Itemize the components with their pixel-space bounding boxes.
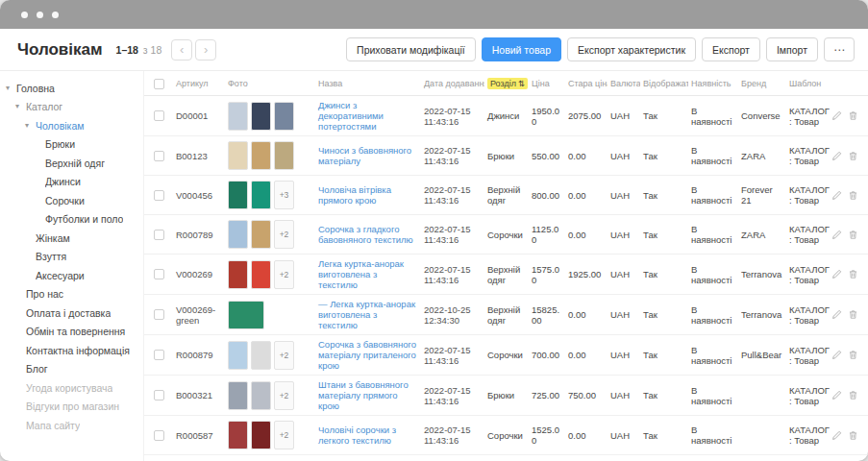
more-photos-badge[interactable]: +2 [274, 220, 294, 249]
delete-icon[interactable] [848, 269, 858, 279]
sidebar-item-blog[interactable]: Блог [0, 360, 143, 379]
product-name-link[interactable]: Чиноси з бавовняного матеріалу [318, 145, 411, 166]
delete-icon[interactable] [848, 230, 858, 240]
product-photo-thumbnail[interactable] [274, 141, 294, 170]
column-header-name[interactable]: Назва [315, 71, 421, 96]
window-control-dot[interactable] [37, 12, 43, 18]
product-photo-thumbnail[interactable] [228, 341, 248, 370]
delete-icon[interactable] [848, 430, 858, 441]
chevron-down-icon[interactable]: ▾ [6, 85, 16, 92]
column-header-photo[interactable]: Фото [225, 71, 315, 96]
product-photo-thumbnail[interactable] [228, 421, 248, 449]
product-photo-thumbnail[interactable] [228, 102, 248, 131]
product-name-link[interactable]: Сорочка з бавовняного матеріалу притален… [318, 339, 416, 371]
row-checkbox[interactable] [154, 190, 164, 201]
row-checkbox[interactable] [154, 390, 164, 400]
delete-icon[interactable] [848, 110, 858, 121]
row-checkbox[interactable] [154, 151, 164, 161]
sidebar-item-store-reviews[interactable]: Відгуки про магазин [0, 398, 143, 417]
sidebar-item-trousers[interactable]: Брюки [0, 135, 143, 155]
product-photo-thumbnail[interactable] [228, 181, 248, 209]
chevron-down-icon[interactable]: ▾ [15, 103, 26, 110]
product-photo-thumbnail[interactable] [228, 260, 248, 289]
more-photos-badge[interactable]: +2 [274, 341, 294, 370]
prev-page-button[interactable]: ‹ [171, 39, 192, 61]
column-header-date[interactable]: Дата додавання [421, 71, 484, 96]
sidebar-item-contact-info[interactable]: Контактна інформація [0, 341, 143, 360]
product-photo-thumbnail[interactable] [251, 341, 271, 370]
column-header-template[interactable]: Шаблон [786, 71, 834, 96]
product-photo-thumbnail[interactable] [251, 220, 271, 249]
edit-icon[interactable] [831, 190, 842, 201]
window-control-dot[interactable] [52, 12, 59, 18]
sidebar-item-payment-delivery[interactable]: Оплата і доставка [0, 303, 143, 323]
edit-icon[interactable] [831, 350, 842, 360]
product-name-link[interactable]: Чоловіча вітрівка прямого крою [318, 184, 391, 206]
edit-icon[interactable] [831, 430, 842, 441]
product-name-link[interactable]: Сорочка з гладкого бавовняного текстилю [318, 224, 413, 245]
product-photo-thumbnail[interactable] [251, 260, 271, 289]
row-checkbox[interactable] [154, 309, 164, 320]
export-characteristics-button[interactable]: Експорт характеристик [567, 37, 696, 61]
product-photo-thumbnail[interactable] [274, 102, 294, 131]
product-name-link[interactable]: Штани з бавовняного матеріалу прямого кр… [318, 379, 409, 411]
sidebar-item-exchange-return[interactable]: Обмін та повернення [0, 323, 143, 342]
next-page-button[interactable]: › [195, 39, 216, 61]
chevron-down-icon[interactable]: ▾ [25, 122, 36, 130]
column-header-old_price[interactable]: Стара ціна [565, 71, 608, 96]
delete-icon[interactable] [848, 309, 858, 320]
product-photo-thumbnail[interactable] [228, 381, 248, 410]
column-header-availability[interactable]: Наявність [688, 71, 738, 96]
sidebar-item-men[interactable]: ▾Чоловікам [0, 116, 143, 135]
more-photos-badge[interactable]: +3 [274, 181, 294, 209]
edit-icon[interactable] [831, 151, 842, 161]
delete-icon[interactable] [848, 390, 858, 400]
column-header-price[interactable]: Ціна [529, 71, 565, 96]
sidebar-item-jeans[interactable]: Джинси [0, 173, 143, 192]
edit-icon[interactable] [831, 230, 842, 240]
product-photo-thumbnail[interactable] [251, 102, 271, 131]
delete-icon[interactable] [848, 190, 858, 201]
sidebar-item-shirts[interactable]: Сорочки [0, 191, 143, 210]
edit-icon[interactable] [831, 309, 842, 320]
sidebar-item-user-agreement[interactable]: Угода користувача [0, 378, 143, 398]
row-checkbox[interactable] [154, 230, 164, 240]
column-header-sku[interactable]: Артикул [173, 71, 225, 96]
product-photo-thumbnail[interactable] [228, 220, 248, 249]
column-header-currency[interactable]: Валюта [608, 71, 640, 96]
sidebar-item-women[interactable]: Жінкам [0, 229, 143, 248]
product-name-link[interactable]: — Легка куртка-анорак виготовлена з текс… [318, 299, 415, 330]
sort-icon[interactable]: ⇅ [518, 79, 525, 88]
sidebar-item-sitemap[interactable]: Мапа сайту [0, 416, 143, 435]
product-photo-thumbnail[interactable] [228, 141, 248, 170]
more-photos-badge[interactable]: +2 [274, 381, 294, 410]
edit-icon[interactable] [831, 269, 842, 279]
product-photo-thumbnail[interactable] [251, 421, 271, 449]
row-checkbox[interactable] [154, 269, 164, 279]
window-control-dot[interactable] [21, 12, 28, 18]
row-checkbox[interactable] [154, 430, 164, 441]
row-checkbox[interactable] [154, 110, 164, 121]
sidebar-item-outerwear[interactable]: Верхній одяг [0, 154, 143, 173]
product-name-link[interactable]: Легка куртка-анорак виготовлена з тексти… [318, 258, 404, 290]
edit-icon[interactable] [831, 110, 842, 121]
column-header-brand[interactable]: Бренд [738, 71, 786, 96]
column-header-display[interactable]: Відображати [640, 71, 688, 96]
sidebar-item-catalog[interactable]: ▾Каталог [0, 98, 143, 117]
export-button[interactable]: Експорт [702, 37, 760, 61]
sidebar-item-home[interactable]: ▾Головна [0, 79, 143, 98]
product-photo-thumbnail[interactable] [228, 301, 264, 329]
edit-icon[interactable] [831, 390, 842, 400]
new-product-button[interactable]: Новий товар [482, 37, 561, 61]
product-photo-thumbnail[interactable] [251, 141, 271, 170]
import-button[interactable]: Імпорт [766, 37, 818, 61]
sidebar-item-accessories[interactable]: Аксесуари [0, 266, 143, 285]
more-actions-button[interactable]: ⋯ [824, 37, 855, 61]
row-checkbox[interactable] [154, 350, 164, 360]
product-photo-thumbnail[interactable] [251, 181, 271, 209]
hide-modifications-button[interactable]: Приховати модифікації [346, 37, 476, 61]
sidebar-item-tshirts-polo[interactable]: Футболки и поло [0, 210, 143, 230]
product-name-link[interactable]: Чоловічі сорочки з легкого текстилю [318, 425, 396, 446]
sidebar-item-shoes[interactable]: Взуття [0, 248, 143, 267]
select-all-checkbox[interactable] [154, 79, 164, 89]
